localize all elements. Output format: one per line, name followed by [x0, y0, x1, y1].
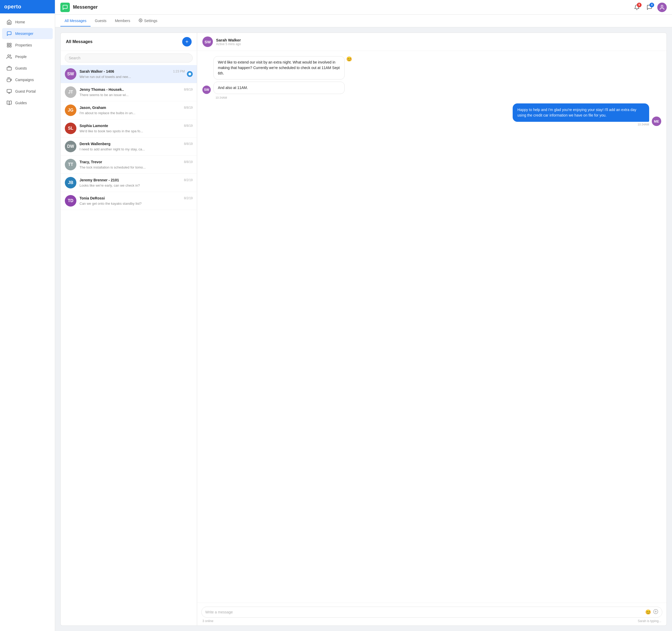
topbar-title: Messenger: [73, 4, 632, 10]
conversation-item[interactable]: SW Sarah Walker - 1406 1:23 PM We've run…: [61, 65, 197, 83]
conversation-name: Derek Wallenberg: [79, 142, 111, 146]
properties-icon: [6, 42, 12, 48]
conversation-preview: The lock installation is scheduled for t…: [79, 165, 146, 169]
notification-button[interactable]: 9: [632, 3, 642, 12]
chat-header-info: Sarah Walker Active 5 mins ago: [216, 38, 661, 46]
svg-rect-5: [7, 67, 11, 70]
message-sender-avatar: ME: [652, 117, 661, 126]
svg-point-13: [140, 20, 141, 21]
message-badge: 4: [649, 3, 654, 7]
search-input[interactable]: [65, 53, 193, 63]
conversation-preview: We'd like to book two spots in the spa f…: [79, 129, 143, 133]
conversation-preview: Looks like we're early, can we check in?: [79, 184, 140, 188]
conversation-item[interactable]: JB Jeremy Brenner - 2101 8/2/19 Looks li…: [61, 174, 197, 192]
message-list: All Messages + SW Sarah Walker - 1406 1:…: [61, 33, 197, 626]
add-message-button[interactable]: +: [182, 37, 192, 46]
conversation-item[interactable]: JT Jenny Thomas - Housek.. 8/8/19 There …: [61, 83, 197, 101]
attachment-button[interactable]: [653, 609, 658, 615]
tab-settings[interactable]: Settings: [135, 15, 162, 27]
conversation-preview: Can we get onto the kayaks standby list?: [79, 201, 142, 205]
sidebar-item-people[interactable]: People: [2, 51, 53, 62]
online-count: 3 online: [202, 619, 213, 623]
svg-rect-1: [10, 43, 11, 45]
topbar: Messenger 9 4: [55, 0, 672, 15]
conversation-preview: I'm about to replace the bulbs in un...: [79, 111, 136, 115]
conversation-item[interactable]: SL Sophia Lamonte 8/8/19 We'd like to bo…: [61, 119, 197, 138]
conversation-name: Jason, Graham: [79, 105, 106, 110]
message-bubble: Happy to help and I'm glad you're enjoyi…: [513, 103, 649, 122]
message-timestamp: 10:34AM: [202, 96, 661, 99]
conversation-name: Sarah Walker - 1406: [79, 69, 114, 73]
message-avatar: SW: [202, 86, 211, 94]
sidebar-item-campaigns-label: Campaigns: [15, 78, 34, 82]
sidebar-item-guides[interactable]: Guides: [2, 97, 53, 108]
sidebar-item-properties[interactable]: Properties: [2, 40, 53, 51]
avatar: JB: [65, 177, 76, 189]
settings-gear-icon: [139, 18, 143, 23]
avatar: SW: [65, 68, 76, 80]
svg-rect-3: [7, 46, 9, 47]
conversation-content: Sophia Lamonte 8/8/19 We'd like to book …: [79, 124, 193, 134]
message-bubbles: We'd like to extend our visit by an extr…: [213, 56, 345, 94]
conversation-item[interactable]: TD Tonia DeRossi 8/2/19 Can we get onto …: [61, 192, 197, 210]
conversation-time: 8/8/19: [184, 124, 193, 127]
sidebar-item-properties-label: Properties: [15, 43, 32, 47]
tab-members[interactable]: Members: [111, 16, 135, 26]
tabs-bar: All Messages Guests Members Settings: [55, 15, 672, 27]
chat-messages: SW We'd like to extend our visit by an e…: [197, 51, 667, 603]
topbar-app-icon: [61, 3, 70, 12]
sidebar-item-home[interactable]: Home: [2, 17, 53, 28]
conversation-preview: I need to add another night to my stay, …: [79, 147, 145, 151]
main-area: Messenger 9 4: [55, 0, 672, 631]
conversation-item[interactable]: TT Tracy, Trevor 8/8/19 The lock install…: [61, 156, 197, 174]
avatar: TT: [65, 159, 76, 170]
sidebar-item-messenger[interactable]: Messenger: [2, 28, 53, 39]
emoji-button[interactable]: 😊: [645, 609, 651, 615]
conversation-time: 8/8/19: [184, 142, 193, 146]
sidebar-nav: Home Messenger Properties: [0, 14, 55, 631]
outgoing-message-group: Happy to help and I'm glad you're enjoyi…: [202, 103, 661, 126]
message-input[interactable]: [205, 610, 645, 614]
campaigns-icon: [6, 77, 12, 83]
home-icon: [6, 19, 12, 25]
message-bubble: We'd like to extend our visit by an extr…: [213, 56, 345, 79]
chat-header: SW Sarah Walker Active 5 mins ago: [197, 33, 667, 51]
conversation-content: Tonia DeRossi 8/2/19 Can we get onto the…: [79, 196, 193, 206]
avatar: DW: [65, 141, 76, 152]
sidebar-item-guest-portal-label: Guest Portal: [15, 89, 36, 93]
sidebar-item-guests[interactable]: Guests: [2, 63, 53, 74]
message-list-header: All Messages +: [61, 33, 197, 51]
conversation-time: 8/2/19: [184, 196, 193, 200]
conversation-name: Jenny Thomas - Housek..: [79, 88, 124, 92]
sidebar-item-guest-portal[interactable]: Guest Portal: [2, 86, 53, 97]
user-avatar[interactable]: [657, 3, 667, 12]
sidebar-item-messenger-label: Messenger: [15, 31, 33, 36]
outgoing-content: Happy to help and I'm glad you're enjoyi…: [513, 103, 649, 126]
brand-name: operto: [4, 4, 21, 10]
emoji-reaction: 😊: [346, 56, 352, 62]
sidebar-item-home-label: Home: [15, 20, 25, 24]
typing-status: Sarah is typing...: [638, 619, 661, 623]
messenger-panel: All Messages + SW Sarah Walker - 1406 1:…: [61, 32, 667, 626]
messenger-icon: [6, 31, 12, 37]
sidebar-item-campaigns[interactable]: Campaigns: [2, 74, 53, 85]
svg-point-12: [661, 5, 663, 7]
conversation-time: 8/8/19: [184, 160, 193, 164]
conversation-item[interactable]: JG Jason, Graham 8/8/19 I'm about to rep…: [61, 101, 197, 119]
conversation-content: Sarah Walker - 1406 1:23 PM We've run ou…: [79, 69, 185, 79]
guides-icon: [6, 100, 12, 106]
sidebar-logo: operto: [0, 0, 55, 14]
tab-all-messages[interactable]: All Messages: [61, 16, 91, 26]
conversation-time: 8/8/19: [184, 106, 193, 110]
message-bubble: And also at 11AM.: [213, 82, 345, 94]
chat-contact-name: Sarah Walker: [216, 38, 661, 42]
conversation-item[interactable]: DW Derek Wallenberg 8/8/19 I need to add…: [61, 138, 197, 156]
guests-icon: [6, 65, 12, 71]
chat-input-area: 😊 3 online Sarah is: [197, 603, 667, 626]
svg-rect-2: [10, 46, 11, 47]
conversation-content: Jeremy Brenner - 2101 8/2/19 Looks like …: [79, 178, 193, 188]
sidebar-item-guides-label: Guides: [15, 101, 27, 105]
tab-guests[interactable]: Guests: [91, 16, 111, 26]
svg-rect-9: [7, 90, 11, 93]
message-notification-button[interactable]: 4: [645, 3, 654, 12]
